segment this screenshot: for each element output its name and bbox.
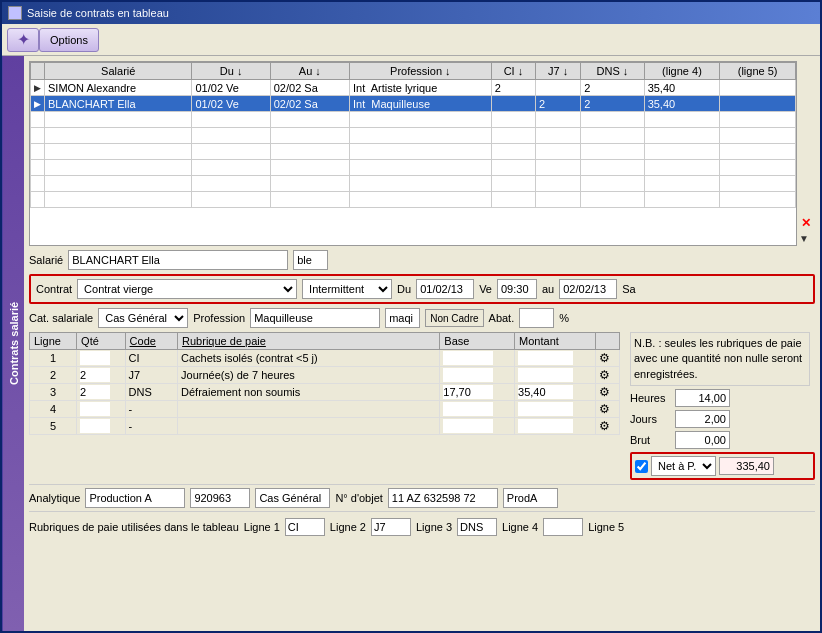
cell-ligne: 1 xyxy=(30,350,77,367)
col-du[interactable]: Du ↓ xyxy=(192,63,270,80)
cell-salarie[interactable]: SIMON Alexandre xyxy=(45,80,192,96)
cell-montant[interactable] xyxy=(515,401,596,418)
cell-gear[interactable]: ⚙ xyxy=(596,401,620,418)
title-bar: Saisie de contrats en tableau xyxy=(2,2,820,24)
toolbar-icon-button[interactable]: ✦ xyxy=(7,28,39,52)
profession-code-input[interactable] xyxy=(385,308,420,328)
cell-salarie[interactable]: BLANCHART Ella xyxy=(45,96,192,112)
move-down-button[interactable]: ▼ xyxy=(799,233,813,244)
cell-qte[interactable] xyxy=(77,401,126,418)
options-button[interactable]: Options xyxy=(39,28,99,52)
col-ligne4[interactable]: (ligne 4) xyxy=(644,63,720,80)
cat-row: Cat. salariale Cas Général Profession No… xyxy=(29,308,815,328)
col-profession[interactable]: Profession ↓ xyxy=(349,63,491,80)
cat-label: Cat. salariale xyxy=(29,312,93,324)
cell-rubrique: Cachets isolés (contrat <5 j) xyxy=(178,350,440,367)
heure-input[interactable] xyxy=(497,279,537,299)
jours-value[interactable] xyxy=(675,410,730,428)
footer-ligne3-input[interactable] xyxy=(457,518,497,536)
no-objet-label: N° d'objet xyxy=(335,492,382,504)
cell-gear[interactable]: ⚙ xyxy=(596,350,620,367)
col-au[interactable]: Au ↓ xyxy=(270,63,349,80)
net-value[interactable] xyxy=(719,457,774,475)
cell-qte[interactable] xyxy=(77,367,126,384)
line-row: 3 DNS Défraiement non soumis ⚙ xyxy=(30,384,620,401)
brut-value[interactable] xyxy=(675,431,730,449)
analytique-input3[interactable] xyxy=(255,488,330,508)
form-section: Salarié Contrat Contrat vierge Intermitt… xyxy=(29,250,815,538)
cell-base[interactable] xyxy=(440,350,515,367)
lines-table: Ligne Qté Code Rubrique de paie Base Mon… xyxy=(29,332,620,435)
line-row: 4 - ⚙ xyxy=(30,401,620,418)
cell-montant[interactable] xyxy=(515,384,596,401)
main-window: Saisie de contrats en tableau ✦ Options … xyxy=(0,0,822,633)
cell-base[interactable] xyxy=(440,384,515,401)
cell-j7: 2 xyxy=(536,96,581,112)
au-day: Sa xyxy=(622,283,635,295)
cell-gear[interactable]: ⚙ xyxy=(596,384,620,401)
cell-dns: 2 xyxy=(581,96,644,112)
line-row: 1 CI Cachets isolés (contrat <5 j) ⚙ xyxy=(30,350,620,367)
cell-base[interactable] xyxy=(440,367,515,384)
col-dns[interactable]: DNS ↓ xyxy=(581,63,644,80)
toolbar-options: ✦ Options xyxy=(7,28,99,52)
cell-base[interactable] xyxy=(440,418,515,435)
cell-gear[interactable]: ⚙ xyxy=(596,367,620,384)
main-content: Contrats salarié Salarié Du ↓ Au ↓ Profe xyxy=(2,56,820,631)
contrat-select[interactable]: Contrat vierge xyxy=(77,279,297,299)
analytique-input4[interactable] xyxy=(503,488,558,508)
col-rubrique: Rubrique de paie xyxy=(178,333,440,350)
profession-input[interactable] xyxy=(250,308,380,328)
cell-base[interactable] xyxy=(440,401,515,418)
cell-col9 xyxy=(720,96,796,112)
cell-qte[interactable] xyxy=(77,418,126,435)
analytique-input2[interactable] xyxy=(190,488,250,508)
side-values: Heures Jours Brut xyxy=(630,389,815,480)
au-date-input[interactable] xyxy=(559,279,617,299)
col-ligne5[interactable]: (ligne 5) xyxy=(720,63,796,80)
footer-ligne4-input[interactable] xyxy=(543,518,583,536)
no-objet-input[interactable] xyxy=(388,488,498,508)
du-date-input[interactable] xyxy=(416,279,474,299)
delete-button[interactable]: ✕ xyxy=(799,216,813,230)
net-select[interactable]: Net à P. xyxy=(651,456,716,476)
cell-code: - xyxy=(125,418,177,435)
contrat-row: Contrat Contrat vierge Intermittent Du V… xyxy=(29,274,815,304)
cell-int: Int Artiste lyrique xyxy=(349,80,491,96)
cell-du: 01/02 Ve xyxy=(192,96,270,112)
cell-col8: 35,40 xyxy=(644,80,720,96)
col-qte: Qté xyxy=(77,333,126,350)
heures-value[interactable] xyxy=(675,389,730,407)
footer-ligne1-input[interactable] xyxy=(285,518,325,536)
abat-pct: % xyxy=(559,312,569,324)
salarie-code-input[interactable] xyxy=(293,250,328,270)
cell-qte[interactable] xyxy=(77,384,126,401)
cell-montant[interactable] xyxy=(515,367,596,384)
table-row[interactable]: ▶ SIMON Alexandre 01/02 Ve 02/02 Sa Int … xyxy=(31,80,796,96)
du-label: Du xyxy=(397,283,411,295)
col-ci[interactable]: CI ↓ xyxy=(491,63,535,80)
contrat-type-select[interactable]: Intermittent xyxy=(302,279,392,299)
cell-code: DNS xyxy=(125,384,177,401)
cell-du: 01/02 Ve xyxy=(192,80,270,96)
col-action xyxy=(596,333,620,350)
footer-ligne2-input[interactable] xyxy=(371,518,411,536)
analytique-input1[interactable] xyxy=(85,488,185,508)
col-j7[interactable]: J7 ↓ xyxy=(536,63,581,80)
salarie-input[interactable] xyxy=(68,250,288,270)
table-header-row: Salarié Du ↓ Au ↓ Profession ↓ CI ↓ J7 ↓… xyxy=(31,63,796,80)
abat-input[interactable] xyxy=(519,308,554,328)
cell-montant[interactable] xyxy=(515,418,596,435)
table-row[interactable]: ▶ BLANCHART Ella 01/02 Ve 02/02 Sa Int M… xyxy=(31,96,796,112)
cell-montant[interactable] xyxy=(515,350,596,367)
col-salarie[interactable]: Salarié xyxy=(45,63,192,80)
cell-gear[interactable]: ⚙ xyxy=(596,418,620,435)
net-checkbox[interactable] xyxy=(635,460,648,473)
cell-au: 02/02 Sa xyxy=(270,80,349,96)
note-box: N.B. : seules les rubriques de paie avec… xyxy=(630,332,810,386)
cat-select[interactable]: Cas Général xyxy=(98,308,188,328)
cell-rubrique xyxy=(178,418,440,435)
non-cadre-button[interactable]: Non Cadre xyxy=(425,309,483,327)
line-row: 2 J7 Journée(s) de 7 heures ⚙ xyxy=(30,367,620,384)
cell-qte[interactable] xyxy=(77,350,126,367)
